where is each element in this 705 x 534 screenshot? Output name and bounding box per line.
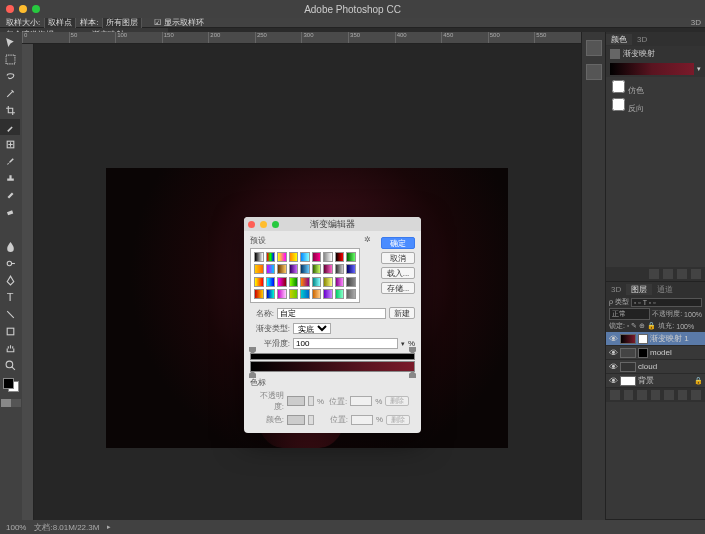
pen-tool[interactable] [0,272,20,288]
tab-color[interactable]: 颜色 [606,34,632,45]
reverse-check[interactable] [612,98,625,111]
opacity-value[interactable]: 100% [684,311,702,318]
dialog-close-icon[interactable] [248,221,255,228]
preset-swatch[interactable] [277,289,287,299]
new-button[interactable]: 新建 [389,307,415,319]
maximize-icon[interactable] [32,5,40,13]
history-icon[interactable] [586,40,602,56]
preset-swatch[interactable] [323,252,333,262]
preset-swatch[interactable] [300,264,310,274]
save-button[interactable]: 存储... [381,282,415,294]
ok-button[interactable]: 确定 [381,237,415,249]
trash-icon[interactable] [691,269,701,279]
presets-gear-icon[interactable]: ✲ [364,235,371,244]
layer-thumb[interactable] [620,362,636,372]
color-stop-left[interactable] [249,371,256,378]
preset-swatch[interactable] [312,277,322,287]
grad-dropdown-icon[interactable]: ▾ [697,65,701,73]
type-select[interactable]: 实底 [293,323,331,334]
preset-swatch[interactable] [312,264,322,274]
fill-adj-icon[interactable] [651,390,661,400]
zoom-tool[interactable] [0,357,20,373]
shape-tool[interactable] [0,323,20,339]
color-stop-right[interactable] [409,371,416,378]
preset-swatch[interactable] [335,277,345,287]
smooth-input[interactable] [293,338,398,349]
layer-mask[interactable] [638,334,648,344]
blend-mode-select[interactable]: 正常 [609,308,650,320]
preset-swatch[interactable] [346,264,356,274]
preset-swatch[interactable] [323,289,333,299]
preset-swatch[interactable] [289,289,299,299]
reset-icon[interactable] [677,269,687,279]
preset-swatch[interactable] [300,277,310,287]
preset-swatch[interactable] [289,252,299,262]
gradient-tool[interactable] [0,221,20,237]
brush-tool[interactable] [0,153,20,169]
layer-row[interactable]: 👁 背景 🔒 [606,374,705,388]
show-ring-check[interactable]: ☑ 显示取样环 [154,17,203,28]
type-tool[interactable]: T [0,289,20,305]
blur-tool[interactable] [0,238,20,254]
layer-row[interactable]: 👁 渐变映射 1 [606,332,705,346]
preset-swatch[interactable] [300,289,310,299]
preset-swatch[interactable] [254,289,264,299]
gradient-editor-strip[interactable] [250,353,415,372]
name-input[interactable] [277,308,386,319]
close-icon[interactable] [6,5,14,13]
quickmask-toggle[interactable] [1,399,21,407]
minimize-icon[interactable] [19,5,27,13]
tab-channels[interactable]: 通道 [652,284,678,295]
preset-swatch[interactable] [266,264,276,274]
delete-color-stop[interactable]: 删除 [386,415,410,425]
layer-mask[interactable] [638,348,648,358]
layer-thumb[interactable] [620,376,636,386]
preset-swatch[interactable] [254,252,264,262]
layer-row[interactable]: 👁 model [606,346,705,360]
eye-icon[interactable] [663,269,673,279]
color-swatches[interactable] [3,378,19,392]
preset-swatch[interactable] [312,252,322,262]
preset-swatch[interactable] [323,264,333,274]
load-button[interactable]: 载入... [381,267,415,279]
wand-tool[interactable] [0,85,20,101]
preset-swatch[interactable] [346,289,356,299]
opacity-stop-left[interactable] [249,347,256,354]
preset-swatch[interactable] [289,277,299,287]
zoom-level[interactable]: 100% [6,523,26,532]
stamp-tool[interactable] [0,170,20,186]
visibility-icon[interactable]: 👁 [608,376,618,386]
tab-3d[interactable]: 3D [632,35,652,44]
clip-icon[interactable] [649,269,659,279]
preset-swatch[interactable] [346,252,356,262]
fill-value[interactable]: 100% [676,323,694,330]
grad-preview[interactable] [610,63,694,75]
preset-swatch[interactable] [254,277,264,287]
cancel-button[interactable]: 取消 [381,252,415,264]
dodge-tool[interactable] [0,255,20,271]
history-brush-tool[interactable] [0,187,20,203]
layer-thumb[interactable] [620,334,636,344]
dialog-min-icon[interactable] [260,221,267,228]
preset-swatch[interactable] [335,289,345,299]
hand-tool[interactable] [0,340,20,356]
preset-swatch[interactable] [312,289,322,299]
preset-swatch[interactable] [335,252,345,262]
group-icon[interactable] [664,390,674,400]
layer-row[interactable]: 👁 cloud [606,360,705,374]
move-tool[interactable] [0,34,20,50]
preset-swatch[interactable] [254,264,264,274]
swatches-icon[interactable] [586,64,602,80]
path-tool[interactable] [0,306,20,322]
visibility-icon[interactable]: 👁 [608,362,618,372]
preset-swatch[interactable] [346,277,356,287]
preset-swatch[interactable] [277,264,287,274]
heal-tool[interactable] [0,136,20,152]
preset-swatch[interactable] [266,289,276,299]
fg-color[interactable] [3,378,14,389]
crop-tool[interactable] [0,102,20,118]
preset-swatch[interactable] [266,277,276,287]
color-swatch[interactable] [287,415,305,425]
tab-3d2[interactable]: 3D [606,285,626,294]
delete-icon[interactable] [691,390,701,400]
